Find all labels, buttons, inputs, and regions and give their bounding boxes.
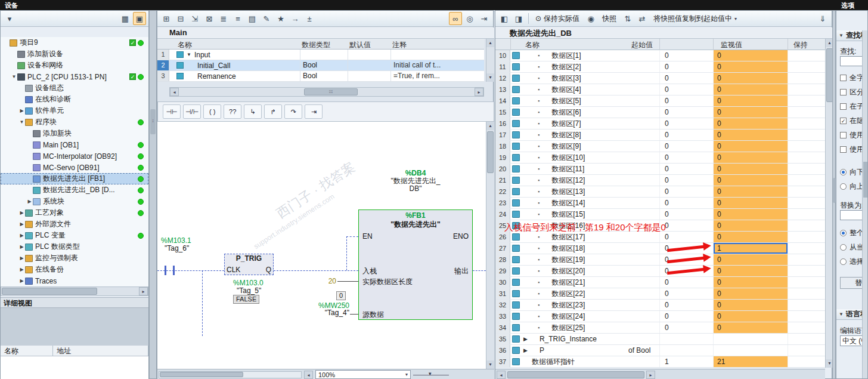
monitor-value-cell[interactable]: 0 [713, 130, 788, 140]
retain-cell[interactable] [788, 152, 825, 163]
db-table-row[interactable]: 24▪数据区[15]00 [495, 209, 825, 220]
retain-cell[interactable] [788, 209, 825, 220]
monitor-value-cell[interactable]: 0 [713, 50, 788, 61]
db-table-row[interactable]: 34▪数据区[25]00 [495, 322, 825, 334]
contact-tag[interactable]: "Tag_6" [165, 244, 189, 252]
monitor-value-cell[interactable]: 0 [713, 198, 788, 208]
monitoring-on-icon[interactable]: ∞ [449, 12, 462, 25]
tree-item[interactable]: ▶PLC 数据类型✓ [1, 241, 148, 252]
coil-button[interactable]: ( ) [203, 104, 221, 119]
start-value-cell[interactable]: 0 [659, 130, 713, 140]
start-value-cell[interactable]: 0 [659, 232, 713, 242]
expand-arrow-icon[interactable]: ▶ [18, 278, 25, 284]
radio-button[interactable] [840, 169, 847, 175]
expand-all-networks-icon[interactable]: ≣ [217, 12, 230, 25]
radio-button[interactable] [840, 258, 847, 265]
copy-start-values-icon[interactable]: ⇄ [636, 12, 649, 25]
retain-cell[interactable] [788, 175, 825, 186]
tree-item[interactable]: 添加新设备✓ [1, 48, 148, 60]
keep-actual-values-button[interactable]: ⊙保持实际值 [532, 13, 583, 25]
monitor-value-cell[interactable]: 0 [713, 164, 788, 174]
start-value-cell[interactable]: 1 [659, 356, 713, 367]
scrollbar-thumb[interactable] [487, 131, 494, 173]
monitor-value-cell[interactable]: 21 [713, 356, 788, 367]
expand-arrow-icon[interactable]: ▶ [18, 244, 25, 249]
monitor-value-cell[interactable]: 0 [713, 118, 788, 129]
monitor-value-cell[interactable]: 0 [713, 288, 788, 299]
copy-snapshot-to-start-button[interactable]: 将快照值复制到起始值中▾ [650, 13, 740, 25]
checkbox[interactable] [840, 118, 847, 124]
absolute-symbolic-operands-icon[interactable]: ▤ [246, 12, 259, 25]
start-value-cell[interactable]: 0 [659, 141, 713, 152]
db-table-row[interactable]: 16▪数据区[7]00 [495, 118, 825, 130]
retain-cell[interactable] [788, 254, 825, 265]
expand-arrow-icon[interactable]: ▶ [26, 199, 33, 204]
retain-cell[interactable] [788, 322, 825, 333]
tree-item[interactable]: MC-Interpolator [OB92]✓ [1, 150, 148, 162]
db-table-row[interactable]: 36▶▪Pof Bool [495, 345, 825, 356]
start-value-cell[interactable]: 0 [659, 288, 713, 299]
start-value-cell[interactable]: 0 [659, 186, 713, 197]
retain-cell[interactable] [788, 220, 825, 231]
start-value-cell[interactable]: 0 [659, 164, 713, 174]
db-hscrollbar[interactable]: ◂ ▸ [495, 369, 825, 379]
tree-item[interactable]: ▶外部源文件✓ [1, 218, 148, 230]
tree-item[interactable]: 项目9✓ [1, 37, 148, 48]
jump-button[interactable]: ↷ [284, 104, 302, 119]
expand-arrow-icon[interactable]: ▶ [18, 210, 25, 215]
ladder-canvas[interactable]: 西门子 · 找答案 support.industry.siemens.com %… [157, 122, 486, 369]
monitor-value-cell[interactable]: 0 [713, 266, 788, 276]
close-branch-button[interactable]: ↱ [264, 104, 282, 119]
call-environment-icon[interactable]: ◎ [463, 12, 476, 25]
retain-cell[interactable] [788, 84, 825, 95]
retain-cell[interactable] [788, 288, 825, 299]
tree-item[interactable]: 设备和网络✓ [1, 60, 148, 71]
collapse-all-icon[interactable]: ◨ [512, 12, 525, 25]
tree-item[interactable]: ▶软件单元✓ [1, 105, 148, 116]
copy-snapshot-icon[interactable]: ⇅ [621, 12, 634, 25]
expand-all-icon[interactable]: ◧ [498, 12, 511, 25]
direction-radio[interactable]: 向下 [840, 167, 864, 177]
db-table-row[interactable]: 15▪数据区[6]00 [495, 107, 825, 118]
details-address-column[interactable]: 地址 [53, 346, 148, 356]
retain-cell[interactable] [788, 141, 825, 152]
monitor-value-cell[interactable]: 0 [713, 277, 788, 288]
tree-item[interactable]: ▶Traces✓ [1, 275, 148, 286]
start-value-cell[interactable]: 0 [659, 61, 713, 72]
db-table-row[interactable]: 28▪数据区[19]00 [495, 254, 825, 266]
tree-item[interactable]: 在线和诊断✓ [1, 94, 148, 105]
tree-item[interactable]: 数据先进先出 [FB1]✓ [1, 173, 148, 184]
closed-contact-button[interactable]: ⊣/⊢ [183, 104, 201, 119]
open-contact-button[interactable]: ⊣⊢ [163, 104, 181, 119]
retain-cell[interactable] [788, 107, 825, 118]
delete-row-icon[interactable]: ⊠ [203, 12, 216, 25]
monitor-value-cell[interactable] [713, 334, 788, 344]
monitor-value-cell[interactable]: 0 [713, 300, 788, 310]
snapshot-camera-icon[interactable]: ◉ [584, 12, 597, 25]
db-table-row[interactable]: 21▪数据区[12]00 [495, 175, 825, 186]
tree-item[interactable]: MC-Servo [OB91]✓ [1, 162, 148, 173]
monitor-value-cell[interactable]: 0 [713, 232, 788, 242]
start-value-cell[interactable]: 0 [659, 209, 713, 220]
retain-cell[interactable] [788, 334, 825, 344]
retain-cell[interactable] [788, 50, 825, 61]
tree-item[interactable]: ▼程序块✓ [1, 116, 148, 128]
expand-arrow-icon[interactable]: ▶ [18, 255, 25, 261]
retain-cell[interactable] [788, 198, 825, 208]
tree-item[interactable]: ▼PLC_2 [CPU 1513-1 PN]✓ [1, 71, 148, 82]
db-table-row[interactable]: 27▪数据区[18]01 [495, 243, 825, 254]
source-tag[interactable]: "Tag_4" [299, 309, 349, 317]
tree-item[interactable]: Main [OB1]✓ [1, 139, 148, 150]
interface-row[interactable]: 1▼Input [157, 50, 484, 60]
tree-hscrollbar[interactable]: ▸ [1, 286, 148, 296]
db-table-row[interactable]: 30▪数据区[21]00 [495, 277, 825, 288]
insert-row-icon[interactable]: ⇲ [188, 12, 202, 25]
monitor-value-cell[interactable]: 0 [713, 322, 788, 333]
start-value-cell[interactable]: 0 [659, 198, 713, 208]
details-name-column[interactable]: 名称 [1, 346, 53, 356]
expand-arrow-icon[interactable]: ▶ [523, 336, 528, 342]
radio-button[interactable] [840, 183, 847, 190]
db-table-row[interactable]: 33▪数据区[24]00 [495, 311, 825, 322]
expand-arrow-icon[interactable]: ▶ [523, 347, 528, 353]
delete-network-icon[interactable]: ⊟ [174, 12, 187, 25]
